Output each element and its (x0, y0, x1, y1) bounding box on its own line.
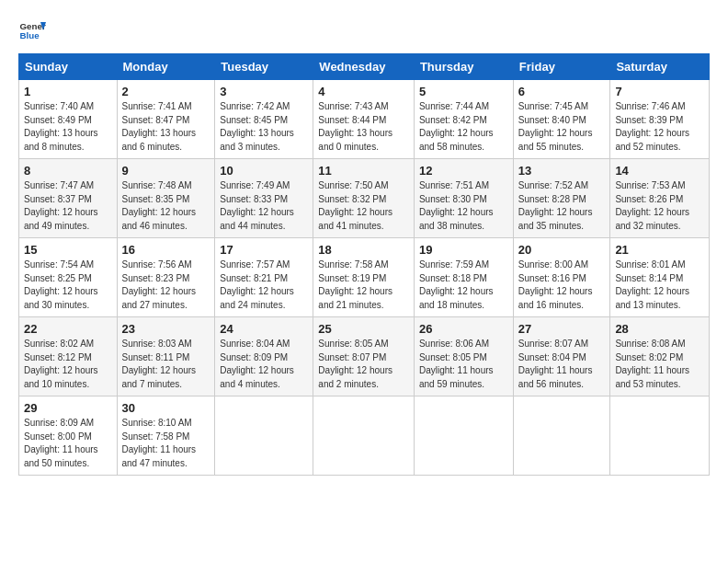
day-info: Sunrise: 8:03 AM Sunset: 8:11 PM Dayligh… (122, 339, 197, 389)
day-number: 12 (419, 164, 508, 178)
day-number: 5 (419, 85, 508, 98)
day-info: Sunrise: 7:44 AM Sunset: 8:42 PM Dayligh… (419, 101, 494, 152)
day-cell: 9Sunrise: 7:48 AM Sunset: 8:35 PM Daylig… (117, 159, 215, 238)
day-cell (414, 396, 513, 476)
day-info: Sunrise: 7:56 AM Sunset: 8:23 PM Dayligh… (122, 259, 197, 310)
day-cell: 5Sunrise: 7:44 AM Sunset: 8:42 PM Daylig… (414, 80, 513, 159)
day-info: Sunrise: 7:51 AM Sunset: 8:30 PM Dayligh… (419, 180, 494, 231)
day-info: Sunrise: 7:58 AM Sunset: 8:19 PM Dayligh… (318, 259, 392, 310)
day-cell (513, 396, 610, 476)
day-info: Sunrise: 7:59 AM Sunset: 8:18 PM Dayligh… (419, 259, 494, 310)
day-number: 28 (615, 322, 704, 336)
day-info: Sunrise: 7:54 AM Sunset: 8:25 PM Dayligh… (24, 259, 98, 310)
day-info: Sunrise: 7:49 AM Sunset: 8:33 PM Dayligh… (220, 180, 294, 231)
logo: General Blue (18, 17, 46, 44)
day-info: Sunrise: 8:10 AM Sunset: 7:58 PM Dayligh… (122, 418, 197, 468)
day-info: Sunrise: 8:00 AM Sunset: 8:16 PM Dayligh… (518, 259, 593, 310)
day-number: 9 (122, 164, 210, 178)
day-info: Sunrise: 7:45 AM Sunset: 8:40 PM Dayligh… (518, 101, 593, 152)
day-cell: 10Sunrise: 7:49 AM Sunset: 8:33 PM Dayli… (215, 159, 313, 238)
week-row-2: 8Sunrise: 7:47 AM Sunset: 8:37 PM Daylig… (19, 159, 710, 238)
col-header-monday: Monday (117, 54, 215, 80)
day-number: 11 (318, 164, 409, 178)
logo-icon: General Blue (18, 17, 46, 44)
col-header-tuesday: Tuesday (215, 54, 313, 80)
day-number: 2 (122, 85, 210, 98)
day-info: Sunrise: 7:41 AM Sunset: 8:47 PM Dayligh… (122, 101, 197, 152)
day-cell: 20Sunrise: 8:00 AM Sunset: 8:16 PM Dayli… (513, 238, 610, 317)
day-info: Sunrise: 7:50 AM Sunset: 8:32 PM Dayligh… (318, 180, 392, 231)
col-header-friday: Friday (513, 54, 610, 80)
col-header-sunday: Sunday (19, 54, 118, 80)
day-number: 8 (24, 164, 112, 178)
day-info: Sunrise: 7:40 AM Sunset: 8:49 PM Dayligh… (24, 101, 98, 152)
day-cell: 23Sunrise: 8:03 AM Sunset: 8:11 PM Dayli… (117, 317, 215, 396)
day-cell (610, 396, 710, 476)
day-cell: 1Sunrise: 7:40 AM Sunset: 8:49 PM Daylig… (19, 80, 118, 159)
day-number: 29 (24, 401, 112, 415)
day-number: 15 (24, 243, 112, 257)
col-header-saturday: Saturday (610, 54, 710, 80)
day-info: Sunrise: 7:47 AM Sunset: 8:37 PM Dayligh… (24, 180, 98, 231)
day-number: 19 (419, 243, 508, 257)
day-cell: 22Sunrise: 8:02 AM Sunset: 8:12 PM Dayli… (19, 317, 118, 396)
calendar-table: SundayMondayTuesdayWednesdayThursdayFrid… (18, 53, 710, 476)
day-number: 20 (518, 243, 606, 257)
week-row-5: 29Sunrise: 8:09 AM Sunset: 8:00 PM Dayli… (19, 396, 710, 476)
day-info: Sunrise: 7:53 AM Sunset: 8:26 PM Dayligh… (615, 180, 689, 231)
day-cell: 26Sunrise: 8:06 AM Sunset: 8:05 PM Dayli… (414, 317, 513, 396)
day-info: Sunrise: 7:52 AM Sunset: 8:28 PM Dayligh… (518, 180, 593, 231)
day-cell: 21Sunrise: 8:01 AM Sunset: 8:14 PM Dayli… (610, 238, 710, 317)
day-cell: 11Sunrise: 7:50 AM Sunset: 8:32 PM Dayli… (313, 159, 415, 238)
header-area: General Blue (18, 17, 710, 44)
day-info: Sunrise: 8:08 AM Sunset: 8:02 PM Dayligh… (615, 339, 689, 389)
day-number: 10 (220, 164, 308, 178)
day-number: 3 (220, 85, 308, 98)
day-info: Sunrise: 8:07 AM Sunset: 8:04 PM Dayligh… (518, 339, 593, 389)
day-number: 17 (220, 243, 308, 257)
day-number: 18 (318, 243, 409, 257)
day-cell: 7Sunrise: 7:46 AM Sunset: 8:39 PM Daylig… (610, 80, 710, 159)
day-number: 7 (615, 85, 704, 98)
day-cell: 29Sunrise: 8:09 AM Sunset: 8:00 PM Dayli… (19, 396, 118, 476)
day-cell (313, 396, 415, 476)
day-cell: 12Sunrise: 7:51 AM Sunset: 8:30 PM Dayli… (414, 159, 513, 238)
day-cell: 13Sunrise: 7:52 AM Sunset: 8:28 PM Dayli… (513, 159, 610, 238)
day-cell: 8Sunrise: 7:47 AM Sunset: 8:37 PM Daylig… (19, 159, 118, 238)
day-number: 6 (518, 85, 606, 98)
svg-text:Blue: Blue (20, 30, 40, 40)
day-number: 22 (24, 322, 112, 336)
day-cell: 25Sunrise: 8:05 AM Sunset: 8:07 PM Dayli… (313, 317, 415, 396)
col-header-thursday: Thursday (414, 54, 513, 80)
day-cell: 30Sunrise: 8:10 AM Sunset: 7:58 PM Dayli… (117, 396, 215, 476)
day-cell: 27Sunrise: 8:07 AM Sunset: 8:04 PM Dayli… (513, 317, 610, 396)
day-cell: 6Sunrise: 7:45 AM Sunset: 8:40 PM Daylig… (513, 80, 610, 159)
day-number: 14 (615, 164, 704, 178)
day-info: Sunrise: 7:48 AM Sunset: 8:35 PM Dayligh… (122, 180, 197, 231)
day-cell: 4Sunrise: 7:43 AM Sunset: 8:44 PM Daylig… (313, 80, 415, 159)
day-cell: 28Sunrise: 8:08 AM Sunset: 8:02 PM Dayli… (610, 317, 710, 396)
day-cell: 3Sunrise: 7:42 AM Sunset: 8:45 PM Daylig… (215, 80, 313, 159)
day-cell: 15Sunrise: 7:54 AM Sunset: 8:25 PM Dayli… (19, 238, 118, 317)
day-cell: 24Sunrise: 8:04 AM Sunset: 8:09 PM Dayli… (215, 317, 313, 396)
day-cell: 19Sunrise: 7:59 AM Sunset: 8:18 PM Dayli… (414, 238, 513, 317)
day-info: Sunrise: 8:02 AM Sunset: 8:12 PM Dayligh… (24, 339, 98, 389)
day-info: Sunrise: 8:06 AM Sunset: 8:05 PM Dayligh… (419, 339, 494, 389)
day-number: 13 (518, 164, 606, 178)
day-cell: 2Sunrise: 7:41 AM Sunset: 8:47 PM Daylig… (117, 80, 215, 159)
day-cell: 16Sunrise: 7:56 AM Sunset: 8:23 PM Dayli… (117, 238, 215, 317)
page: General Blue SundayMondayTuesdayWednesda… (0, 0, 728, 563)
header-row: SundayMondayTuesdayWednesdayThursdayFrid… (19, 54, 710, 80)
col-header-wednesday: Wednesday (313, 54, 415, 80)
day-number: 23 (122, 322, 210, 336)
day-number: 24 (220, 322, 308, 336)
day-number: 16 (122, 243, 210, 257)
day-cell: 17Sunrise: 7:57 AM Sunset: 8:21 PM Dayli… (215, 238, 313, 317)
day-info: Sunrise: 8:04 AM Sunset: 8:09 PM Dayligh… (220, 339, 294, 389)
day-number: 25 (318, 322, 409, 336)
day-cell: 18Sunrise: 7:58 AM Sunset: 8:19 PM Dayli… (313, 238, 415, 317)
day-cell: 14Sunrise: 7:53 AM Sunset: 8:26 PM Dayli… (610, 159, 710, 238)
day-number: 4 (318, 85, 409, 98)
day-info: Sunrise: 8:01 AM Sunset: 8:14 PM Dayligh… (615, 259, 689, 310)
day-info: Sunrise: 7:46 AM Sunset: 8:39 PM Dayligh… (615, 101, 689, 152)
